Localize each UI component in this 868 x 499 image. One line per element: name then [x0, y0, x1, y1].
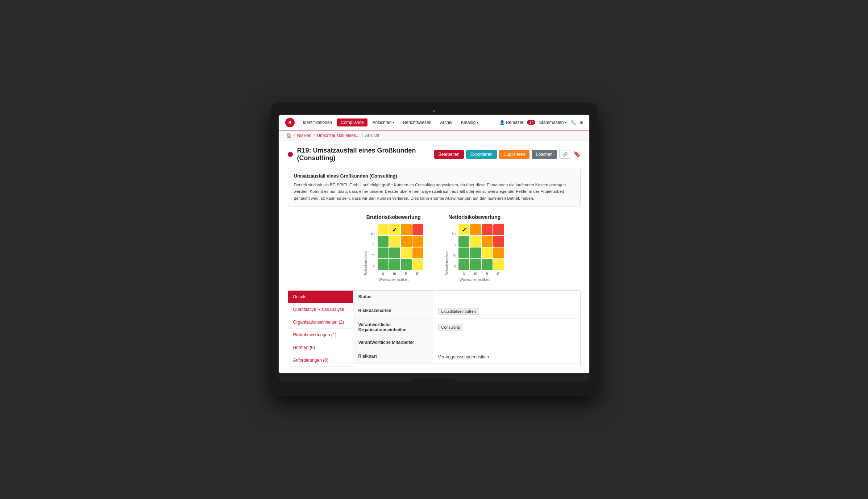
- matrix-cell: [412, 259, 423, 270]
- detail-mitarbeiter-row: Verantwortliche Mitarbeiter: [353, 336, 580, 350]
- org-tag: Consulting: [438, 324, 464, 330]
- nav-compliance[interactable]: Compliance: [337, 118, 367, 126]
- page-title: R19: Umsatzausfall eines Großkunden (Con…: [297, 147, 430, 162]
- laptop-base: [278, 375, 590, 382]
- matrix-cell: [378, 248, 389, 258]
- breadcrumb-current: Ansicht: [365, 133, 379, 138]
- detail-risikoart-row: Risikoart Vermögensschadenrisiken: [353, 350, 580, 364]
- matrix-cell: [401, 236, 412, 247]
- home-icon[interactable]: 🏠: [286, 133, 292, 138]
- sidebar-nav: Details Quantitative Risikoanalyse Organ…: [288, 291, 353, 367]
- netto-grid: ✓: [458, 224, 504, 270]
- matrix-cell: [458, 248, 469, 258]
- nav-identifikationen[interactable]: Identifikationen: [299, 118, 336, 126]
- brutto-grid: ✓: [378, 224, 423, 270]
- matrix-cell: [378, 259, 389, 270]
- page-title-row: R19: Umsatzausfall eines Großkunden (Con…: [288, 147, 581, 162]
- bookmark-button[interactable]: 🔖: [573, 151, 581, 158]
- detail-mitarbeiter-value: [433, 336, 580, 350]
- detail-risikoszenarien-value: Liquiditätseinbußen: [433, 304, 580, 318]
- matrix-cell: ✓: [458, 224, 469, 235]
- matrix-cell: [378, 236, 389, 247]
- matrix-cell: [389, 248, 400, 258]
- nav-berichtswesen[interactable]: Berichtswesen: [399, 118, 435, 126]
- camera: [433, 110, 435, 112]
- detail-status-label: Status: [353, 291, 433, 304]
- brutto-row-labels: sh h m g: [371, 228, 375, 272]
- matrix-cell: ✓: [389, 224, 400, 235]
- sidebar-quantitative[interactable]: Quantitative Risikoanalyse: [288, 303, 353, 316]
- matrix-cell: [493, 224, 504, 235]
- matrix-cell: [482, 248, 493, 258]
- detail-risikoszenarien-label: Risikoszenarien: [353, 304, 433, 318]
- matrix-cell: [412, 224, 423, 235]
- brutto-y-label: Schadenshöhe: [364, 224, 368, 275]
- detail-status-row: Status: [353, 291, 580, 304]
- notification-badge[interactable]: 17: [527, 120, 535, 125]
- sidebar-risikobewertungen[interactable]: Risikobewertungen (1): [288, 329, 353, 341]
- navbar-right: 👤 Benutzer 17 Stammdaten 🔍 ⚙: [499, 120, 583, 125]
- matrix-cell: [378, 224, 389, 235]
- detail-risikoart-label: Risikoart: [353, 350, 433, 363]
- nav-stammdaten[interactable]: Stammdaten: [539, 120, 566, 125]
- description-box: Umsatzausfall eines Großkunden (Consulti…: [288, 168, 581, 207]
- netto-y-label: Schadenshöhe: [445, 224, 449, 275]
- brutto-matrix: Bruttorisikobewertung Schadenshöhe sh h …: [364, 214, 423, 282]
- matrix-cell: [458, 259, 469, 270]
- nav-benutzer[interactable]: 👤 Benutzer: [499, 120, 523, 125]
- breadcrumb-risiken[interactable]: Risiken: [297, 133, 311, 138]
- netto-row-labels: sh h m g: [452, 228, 456, 272]
- link-button[interactable]: 🔗: [559, 150, 571, 159]
- breadcrumb: 🏠 / Risiken / Umsatzausfall eines... / A…: [279, 130, 589, 141]
- detail-status-value: [433, 291, 580, 304]
- matrix-cell: [493, 259, 504, 270]
- matrix-cell: [401, 259, 412, 270]
- matrix-cell: [470, 236, 481, 247]
- svg-text:R: R: [288, 120, 291, 125]
- description-text: Derzeit sind wir als BEISPIEL GmbH auf e…: [294, 182, 574, 201]
- sidebar-organisationseinheiten[interactable]: Organisationseinheiten (2): [288, 316, 353, 329]
- settings-icon[interactable]: ⚙: [580, 120, 583, 125]
- details-panel: Status Risikoszenarien Liquiditätseinbuß…: [353, 291, 580, 367]
- duplizieren-button[interactable]: Duplizieren: [499, 150, 529, 159]
- detail-mitarbeiter-label: Verantwortliche Mitarbeiter: [353, 336, 433, 350]
- sidebar-anforderungen[interactable]: Anforderungen (0): [288, 354, 353, 367]
- matrix-cell: [470, 248, 481, 258]
- nav-ansichten[interactable]: Ansichten: [369, 118, 398, 126]
- netto-matrix-wrap: Schadenshöhe sh h m g ✓: [445, 224, 504, 275]
- matrices-section: Bruttorisikobewertung Schadenshöhe sh h …: [288, 214, 581, 282]
- sidebar-normen[interactable]: Normen (0): [288, 341, 353, 354]
- matrix-cell: [412, 248, 423, 258]
- nav-katalog[interactable]: Katalog: [457, 118, 482, 126]
- matrix-cell: [401, 224, 412, 235]
- detail-org-value: Consulting: [433, 319, 580, 336]
- brutto-matrix-wrap: Schadenshöhe sh h m g ✓: [364, 224, 423, 275]
- brutto-grid-wrap: ✓ g m h sh: [378, 224, 423, 275]
- risikoszenarien-tag: Liquiditätseinbußen: [438, 308, 479, 315]
- breadcrumb-umsatzausfall[interactable]: Umsatzausfall eines...: [317, 133, 360, 138]
- detail-org-row: Verantwortliche Organisationseinheiten C…: [353, 319, 580, 336]
- matrix-cell: [458, 236, 469, 247]
- matrix-cell: [482, 259, 493, 270]
- detail-risikoart-value: Vermögensschadenrisiken: [433, 350, 580, 363]
- detail-risikoszenarien-row: Risikoszenarien Liquiditätseinbußen: [353, 304, 580, 319]
- sidebar-details[interactable]: Details: [288, 291, 353, 303]
- matrix-cell: [389, 259, 400, 270]
- matrix-cell: [482, 236, 493, 247]
- loschen-button[interactable]: Löschen: [532, 150, 557, 159]
- exportieren-button[interactable]: Exportieren: [466, 150, 497, 159]
- nav-archiv[interactable]: Archiv: [436, 118, 456, 126]
- detail-org-label: Verantwortliche Organisationseinheiten: [353, 319, 433, 336]
- action-buttons: Bearbeiten Exportieren Duplizieren Lösch…: [434, 150, 581, 159]
- netto-x-label: Wahrscheinlichkeit: [460, 278, 490, 282]
- brutto-x-label: Wahrscheinlichkeit: [378, 278, 408, 282]
- bearbeiten-button[interactable]: Bearbeiten: [434, 150, 464, 159]
- brutto-col-labels: g m h sh: [378, 271, 423, 275]
- search-icon[interactable]: 🔍: [570, 120, 576, 125]
- matrix-cell: [389, 236, 400, 247]
- navbar: R Identifikationen Compliance Ansichten …: [279, 115, 589, 130]
- matrix-cell: [493, 236, 504, 247]
- screen: R Identifikationen Compliance Ansichten …: [278, 115, 590, 374]
- matrix-cell: [470, 224, 481, 235]
- main-content: R19: Umsatzausfall eines Großkunden (Con…: [279, 141, 589, 373]
